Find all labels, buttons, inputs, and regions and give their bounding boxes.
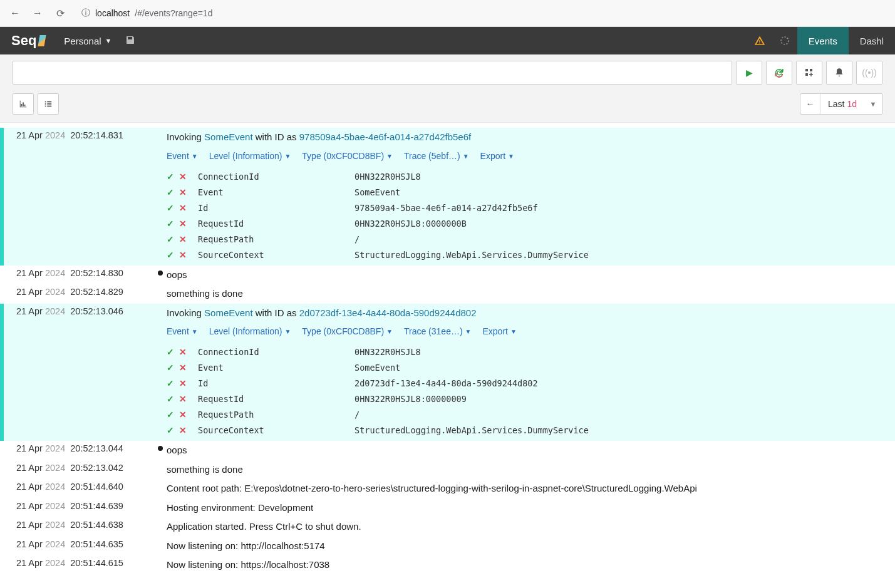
detail-link-trace[interactable]: Trace (5ebf…) ▼: [404, 150, 469, 163]
include-icon[interactable]: ✓: [167, 233, 174, 246]
properties-table: ✓✕ConnectionId0HN322R0HSJL8✓✕EventSomeEv…: [167, 344, 882, 438]
include-icon[interactable]: ✓: [167, 186, 174, 199]
include-icon[interactable]: ✓: [167, 393, 174, 406]
nav-dashboards[interactable]: Dashl: [849, 27, 895, 54]
range-prev[interactable]: ←: [800, 94, 820, 114]
include-icon[interactable]: ✓: [167, 377, 174, 390]
include-icon[interactable]: ✓: [167, 408, 174, 421]
property-key: SourceContext: [198, 424, 354, 436]
level-indicator: [154, 442, 167, 459]
level-indicator: [154, 267, 167, 284]
exclude-icon[interactable]: ✕: [179, 249, 187, 262]
property-value: StructuredLogging.WebApi.Services.DummyS…: [354, 424, 882, 436]
property-row: ✓✕EventSomeEvent: [167, 185, 882, 200]
event-row[interactable]: 21 Apr 2024 20:51:44.635Now listening on…: [0, 537, 895, 556]
property-value: 0HN322R0HSJL8:00000009: [354, 393, 882, 405]
property-value: 978509a4-5bae-4e6f-a014-a27d42fb5e6f: [354, 202, 882, 214]
detail-link-event[interactable]: Event ▼: [167, 150, 198, 163]
detail-link-event[interactable]: Event ▼: [167, 325, 198, 338]
svg-rect-8: [45, 106, 46, 107]
property-value: SomeEvent: [354, 186, 882, 199]
message: Invoking SomeEvent with ID as 978509a4-5…: [167, 129, 882, 264]
include-icon[interactable]: ✓: [167, 361, 174, 374]
detail-link-level[interactable]: Level (Information) ▼: [209, 150, 291, 163]
exclude-icon[interactable]: ✕: [179, 233, 187, 246]
message: Content root path: E:\repos\dotnet-zero-…: [167, 480, 882, 497]
property-key: ConnectionId: [198, 346, 354, 358]
detail-link-level[interactable]: Level (Information) ▼: [209, 325, 291, 338]
include-icon[interactable]: ✓: [167, 424, 174, 437]
event-row[interactable]: 21 Apr 2024 20:51:44.615Now listening on…: [0, 555, 895, 575]
exclude-icon[interactable]: ✕: [179, 424, 187, 437]
event-row[interactable]: 21 Apr 2024 20:52:14.831Invoking SomeEve…: [0, 128, 895, 266]
run-button[interactable]: ▶: [736, 61, 762, 85]
timestamp: 21 Apr 2024 20:52:13.044: [0, 442, 154, 459]
workspace-name: Personal: [64, 36, 101, 46]
property-key: Event: [198, 361, 354, 374]
detail-links: Event ▼Level (Information) ▼Type (0xCF0C…: [167, 325, 882, 338]
detail-link-trace[interactable]: Trace (31ee…) ▼: [404, 325, 472, 338]
exclude-icon[interactable]: ✕: [179, 186, 187, 199]
exclude-icon[interactable]: ✕: [179, 393, 187, 406]
brand[interactable]: Seq: [0, 33, 56, 49]
exclude-icon[interactable]: ✕: [179, 361, 187, 374]
event-row[interactable]: 21 Apr 2024 20:52:14.829something is don…: [0, 284, 895, 304]
url-bar[interactable]: ⓘ localhost/#/events?range=1d: [75, 5, 219, 21]
range-caret[interactable]: ▼: [864, 100, 882, 108]
include-icon[interactable]: ✓: [167, 202, 174, 215]
property-value: /: [354, 233, 882, 245]
message: Now listening on: http://localhost:5174: [167, 538, 882, 555]
url-host: localhost: [95, 8, 130, 18]
timestamp: 21 Apr 2024 20:52:14.831: [0, 129, 154, 264]
alert-button[interactable]: [826, 61, 852, 85]
exclude-icon[interactable]: ✕: [179, 202, 187, 215]
search-input[interactable]: [13, 61, 732, 85]
detail-link-export[interactable]: Export ▼: [482, 325, 516, 338]
exclude-icon[interactable]: ✕: [179, 346, 187, 359]
refresh-button[interactable]: [766, 61, 792, 85]
detail-link-export[interactable]: Export ▼: [480, 150, 514, 163]
workspace-selector[interactable]: Personal ▼: [56, 27, 119, 54]
stream-button[interactable]: ((•)): [856, 61, 882, 85]
settings-icon[interactable]: [772, 27, 797, 54]
forward-button[interactable]: →: [30, 6, 45, 21]
exclude-icon[interactable]: ✕: [179, 217, 187, 230]
property-key: Id: [198, 202, 354, 214]
event-row[interactable]: 21 Apr 2024 20:51:44.638Application star…: [0, 517, 895, 537]
timestamp: 21 Apr 2024 20:51:44.639: [0, 500, 154, 517]
nav-events[interactable]: Events: [797, 27, 849, 54]
exclude-icon[interactable]: ✕: [179, 377, 187, 390]
svg-point-0: [781, 37, 789, 44]
svg-rect-5: [47, 101, 51, 103]
detail-link-type[interactable]: Type (0xCF0CD8BF) ▼: [302, 150, 393, 163]
include-icon[interactable]: ✓: [167, 217, 174, 230]
event-row[interactable]: 21 Apr 2024 20:52:13.042something is don…: [0, 460, 895, 480]
event-row[interactable]: 21 Apr 2024 20:52:14.830oops: [0, 266, 895, 285]
include-icon[interactable]: ✓: [167, 249, 174, 262]
warning-icon[interactable]: [747, 27, 772, 54]
property-value: 2d0723df-13e4-4a44-80da-590d9244d802: [354, 377, 882, 389]
event-row[interactable]: 21 Apr 2024 20:51:44.639Hosting environm…: [0, 498, 895, 518]
exclude-icon[interactable]: ✕: [179, 170, 187, 183]
message: Application started. Press Ctrl+C to shu…: [167, 518, 882, 535]
expand-toggle[interactable]: [38, 93, 59, 115]
property-key: Id: [198, 377, 354, 389]
event-row[interactable]: 21 Apr 2024 20:51:44.640Content root pat…: [0, 479, 895, 498]
controls-row: ← Last 1d ▼: [0, 91, 895, 123]
range-label[interactable]: Last 1d: [820, 99, 864, 109]
chart-toggle[interactable]: [13, 93, 34, 115]
back-button[interactable]: ←: [8, 6, 23, 21]
include-icon[interactable]: ✓: [167, 346, 174, 359]
exclude-icon[interactable]: ✕: [179, 408, 187, 421]
save-button[interactable]: [119, 35, 142, 47]
include-icon[interactable]: ✓: [167, 170, 174, 183]
message: Invoking SomeEvent with ID as 2d0723df-1…: [167, 305, 882, 440]
chevron-down-icon: ▼: [105, 37, 112, 44]
event-row[interactable]: 21 Apr 2024 20:52:13.046Invoking SomeEve…: [0, 304, 895, 441]
level-indicator: [154, 286, 167, 302]
detail-link-type[interactable]: Type (0xCF0CD8BF) ▼: [302, 325, 393, 338]
event-row[interactable]: 21 Apr 2024 20:52:13.044oops: [0, 441, 895, 460]
add-signal-button[interactable]: [796, 61, 822, 85]
reload-button[interactable]: ⟳: [53, 6, 68, 21]
level-indicator: [154, 538, 167, 555]
